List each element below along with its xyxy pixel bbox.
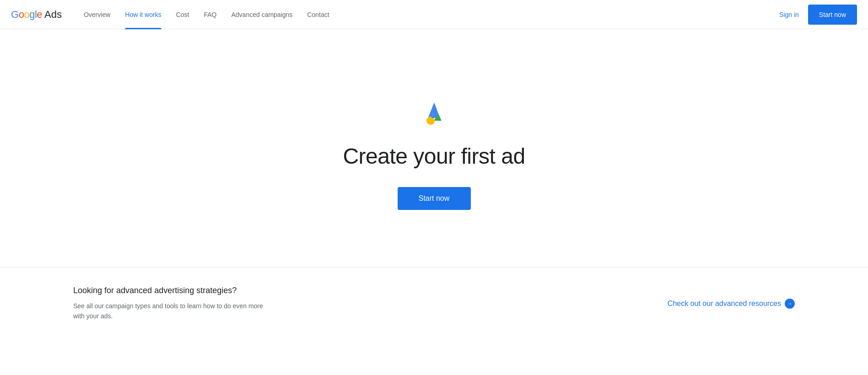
nav-item-faq[interactable]: FAQ	[196, 0, 224, 29]
main-content: Create your first ad Start now	[0, 29, 868, 267]
nav-item-overview[interactable]: Overview	[76, 0, 118, 29]
start-now-header-button[interactable]: Start now	[808, 5, 857, 25]
bottom-right-content: Check out our advanced resources →	[668, 299, 795, 309]
bottom-description: See all our campaign types and tools to …	[73, 301, 275, 321]
advanced-resources-link[interactable]: Check out our advanced resources →	[668, 299, 795, 309]
bottom-left-content: Looking for advanced advertising strateg…	[73, 286, 649, 321]
logo[interactable]: Google Ads	[11, 9, 62, 21]
google-logo-text: Google	[11, 9, 42, 21]
ads-logo-text: Ads	[44, 9, 62, 21]
arrow-circle-icon: →	[785, 299, 795, 309]
main-nav: Overview How it works Cost FAQ Advanced …	[76, 0, 774, 29]
header: Google Ads Overview How it works Cost FA…	[0, 0, 868, 29]
bottom-section: Looking for advanced advertising strateg…	[0, 267, 868, 340]
nav-item-advanced-campaigns[interactable]: Advanced campaigns	[224, 0, 300, 29]
sign-in-button[interactable]: Sign in	[774, 7, 804, 22]
nav-item-how-it-works[interactable]: How it works	[118, 0, 168, 29]
header-actions: Sign in Start now	[774, 5, 857, 25]
google-ads-icon	[418, 96, 451, 129]
hero-title: Create your first ad	[343, 144, 525, 169]
advanced-resources-label: Check out our advanced resources	[668, 300, 781, 308]
nav-item-contact[interactable]: Contact	[300, 0, 336, 29]
start-now-main-button[interactable]: Start now	[398, 187, 471, 210]
bottom-title: Looking for advanced advertising strateg…	[73, 286, 649, 295]
nav-item-cost[interactable]: Cost	[169, 0, 197, 29]
